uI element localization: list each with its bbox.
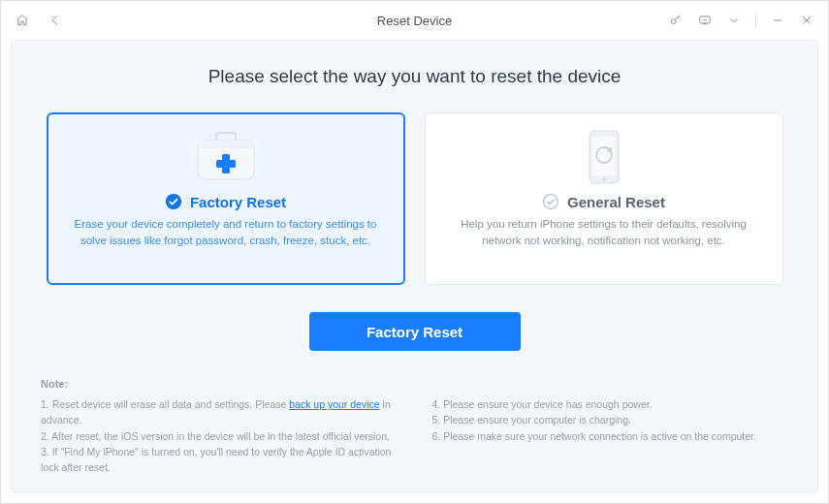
note-line: 4. Please ensure your device has enough … [432, 396, 789, 412]
svg-point-2 [703, 19, 704, 20]
card-title: Factory Reset [190, 194, 286, 210]
back-icon[interactable] [48, 13, 63, 28]
note-line: 1. Reset device will erase all data and … [41, 396, 398, 428]
card-general-reset[interactable]: General Reset Help you return iPhone set… [425, 112, 783, 285]
chevron-down-icon[interactable] [726, 13, 742, 28]
card-desc: Erase your device completely and return … [75, 216, 377, 250]
notes-title: Note: [41, 376, 788, 393]
app-window: Reset Device Please select the way you w… [0, 0, 829, 504]
card-title: General Reset [567, 194, 665, 210]
notes-section: Note: 1. Reset device will erase all dat… [41, 376, 788, 475]
backup-link[interactable]: back up your device [289, 398, 379, 410]
content-area: Please select the way you want to reset … [11, 40, 818, 493]
close-icon[interactable] [799, 13, 814, 28]
card-factory-reset[interactable]: Factory Reset Erase your device complete… [47, 112, 405, 285]
check-filled-icon [165, 193, 182, 210]
medkit-icon [192, 129, 260, 185]
minimize-icon[interactable] [770, 13, 785, 28]
home-icon[interactable] [15, 13, 30, 28]
page-heading: Please select the way you want to reset … [41, 66, 788, 87]
separator [755, 14, 756, 27]
note-line: 3. If "Find My iPhone" is turned on, you… [41, 444, 398, 476]
primary-action-button[interactable]: Factory Reset [309, 312, 521, 351]
svg-rect-9 [216, 160, 236, 168]
key-icon[interactable] [668, 13, 684, 28]
svg-point-3 [705, 19, 706, 20]
note-line: 6. Please make sure your network connect… [432, 428, 789, 444]
option-cards: Factory Reset Erase your device complete… [41, 112, 788, 285]
titlebar: Reset Device [1, 1, 828, 40]
feedback-icon[interactable] [697, 13, 713, 28]
svg-point-15 [544, 195, 558, 209]
note-line: 2. After reset, the iOS version in the d… [41, 428, 398, 444]
check-outline-icon [542, 193, 559, 210]
svg-point-4 [706, 19, 707, 20]
card-desc: Help you return iPhone settings to their… [453, 216, 755, 250]
svg-point-13 [602, 177, 606, 181]
phone-refresh-icon [580, 129, 628, 185]
svg-rect-7 [198, 141, 254, 148]
svg-point-0 [671, 19, 676, 24]
note-line: 5. Please ensure your computer is chargi… [432, 412, 789, 427]
